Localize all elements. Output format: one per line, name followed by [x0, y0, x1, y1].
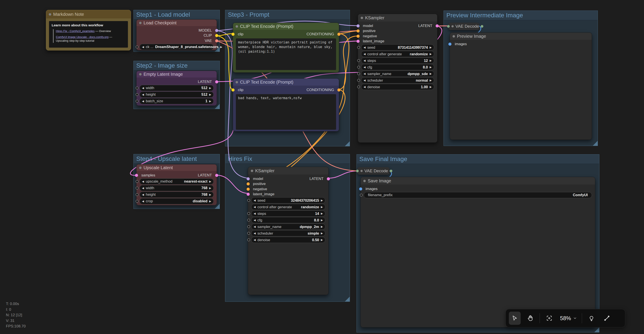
group-header[interactable]: Hires Fix	[225, 154, 350, 164]
input-slot-latent-image[interactable]: latent_image	[358, 39, 437, 44]
decrement-arrow[interactable]: ◀	[254, 199, 256, 202]
decrement-arrow[interactable]: ◀	[364, 79, 366, 82]
increment-arrow[interactable]: ▶	[209, 100, 211, 103]
group-resize-handle[interactable]	[593, 141, 598, 146]
model-output-dot[interactable]	[215, 29, 218, 32]
node-header[interactable]: KSampler	[248, 167, 328, 174]
widget-steps[interactable]: ◀steps12▶	[361, 57, 434, 64]
decrement-arrow[interactable]: ◀	[254, 225, 256, 228]
theme-toggle-button[interactable]	[586, 312, 598, 325]
node-header[interactable]: Empty Latent Image	[136, 71, 217, 77]
widget-height[interactable]: ◀height512▶	[140, 92, 214, 98]
widget-filename-prefix[interactable]: filename_prefixComfyUI	[364, 192, 592, 198]
decrement-arrow[interactable]: ◀	[364, 46, 366, 49]
decrement-arrow[interactable]: ◀	[364, 86, 366, 88]
increment-arrow[interactable]: ▶	[321, 232, 323, 235]
increment-arrow[interactable]: ▶	[430, 53, 432, 55]
node-header[interactable]: Load Checkpoint	[136, 19, 217, 26]
conditioning-output-dot[interactable]	[338, 88, 340, 92]
increment-arrow[interactable]: ▶	[321, 219, 323, 221]
comfyui-canvas[interactable]: { "slot_colors": { "model": "#b79fe3", "…	[0, 0, 644, 334]
decrement-arrow[interactable]: ◀	[364, 53, 366, 55]
node-clip-text-encode-negative[interactable]: CLIP Text Encode (Prompt) clip CONDITION…	[233, 78, 339, 132]
increment-arrow[interactable]: ▶	[430, 59, 432, 62]
select-tool-button[interactable]	[509, 312, 521, 325]
latent-output-dot[interactable]	[215, 174, 218, 177]
widget-scheduler[interactable]: ◀schedulersimple▶	[251, 230, 325, 236]
decrement-arrow[interactable]: ◀	[364, 59, 366, 62]
canvas-toolbar[interactable]: 58%	[506, 309, 625, 328]
widget-control-after-generate[interactable]: ◀control after generaterandomize▶	[361, 51, 434, 57]
widget-cfg[interactable]: ◀cfg8.0▶	[251, 217, 325, 223]
node-header[interactable]: CLIP Text Encode (Prompt)	[233, 23, 339, 30]
increment-arrow[interactable]: ▶	[430, 66, 432, 68]
input-slot-negative[interactable]: negative	[248, 186, 328, 192]
increment-arrow[interactable]: ▶	[321, 239, 323, 241]
negative-input-dot[interactable]	[356, 35, 360, 38]
increment-arrow[interactable]: ▶	[321, 206, 323, 208]
increment-arrow[interactable]: ▶	[209, 193, 211, 196]
widget-steps[interactable]: ◀steps14▶	[251, 210, 325, 217]
decrement-arrow[interactable]: ◀	[142, 200, 144, 202]
input-slot-positive[interactable]: positive	[248, 181, 328, 187]
vae-output-dot[interactable]	[215, 39, 218, 42]
node-vae-decode-2[interactable]: VAE Decode	[358, 167, 390, 175]
input-slot-positive[interactable]: positive	[358, 28, 437, 34]
widget-upscale-method[interactable]: ◀upscale_methodnearest-exact▶	[140, 178, 214, 184]
output-slot-clip[interactable]: CLIP	[136, 33, 217, 38]
widget-height[interactable]: ◀height768▶	[140, 191, 214, 198]
model-input-dot[interactable]	[246, 177, 250, 180]
negative-input-dot[interactable]	[246, 188, 250, 191]
increment-arrow[interactable]: ▶	[209, 87, 211, 89]
node-preview-image[interactable]: Preview Image images	[450, 32, 592, 140]
increment-arrow[interactable]: ▶	[209, 200, 211, 202]
decrement-arrow[interactable]: ◀	[142, 93, 144, 96]
toggle-link-visibility-button[interactable]	[601, 312, 613, 325]
group-header[interactable]: Step3 - Prompt	[225, 10, 350, 19]
decrement-arrow[interactable]: ◀	[142, 187, 144, 189]
widget-control-after-generate[interactable]: ◀control after generaterandomize▶	[251, 204, 325, 210]
group-header[interactable]: Save Final Image	[357, 155, 599, 164]
node-markdown-note[interactable]: Markdown Note Learn more about this work…	[46, 10, 131, 50]
positive-input-dot[interactable]	[246, 182, 250, 185]
collapsed-input-dot[interactable]	[447, 25, 450, 28]
widget-seed[interactable]: ◀seed32484370206415▶	[251, 197, 325, 203]
decrement-arrow[interactable]: ◀	[142, 180, 144, 183]
node-clip-text-encode-positive[interactable]: CLIP Text Encode (Prompt) clip CONDITION…	[233, 23, 339, 73]
widget-ck-[interactable]: ◀ck ...DreamShaper_8_pruned.safetensors▶	[140, 44, 214, 50]
increment-arrow[interactable]: ▶	[209, 187, 211, 189]
increment-arrow[interactable]: ▶	[209, 93, 211, 96]
fit-view-button[interactable]	[543, 312, 555, 325]
increment-arrow[interactable]: ▶	[430, 79, 432, 82]
node-ksampler-2[interactable]: KSampler model LATENT positive negative …	[248, 167, 328, 295]
output-slot-latent[interactable]: LATENT	[136, 79, 217, 84]
node-header[interactable]: Markdown Note	[46, 10, 131, 18]
input-slot-images[interactable]: images	[361, 186, 595, 191]
increment-arrow[interactable]: ▶	[209, 180, 211, 183]
input-slot-negative[interactable]: negative	[358, 34, 437, 39]
increment-arrow[interactable]: ▶	[321, 199, 323, 202]
decrement-arrow[interactable]: ◀	[142, 87, 144, 89]
link-comfyui-image-upscale[interactable]: ComfyUI Image Upscale - docs.comfy.org	[56, 35, 108, 39]
node-vae-decode-1[interactable]: VAE Decode	[448, 23, 479, 30]
clip-input-dot[interactable]	[232, 88, 234, 92]
increment-arrow[interactable]: ▶	[430, 86, 432, 88]
group-resize-handle[interactable]	[594, 328, 599, 332]
decrement-arrow[interactable]: ◀	[254, 219, 256, 221]
widget-crop[interactable]: ◀cropdisabled▶	[140, 198, 214, 204]
widget-cfg[interactable]: ◀cfg8.0▶	[361, 64, 434, 70]
conditioning-output-dot[interactable]	[338, 33, 340, 36]
node-ksampler-1[interactable]: KSampler model LATENT positive negative …	[358, 14, 438, 143]
decrement-arrow[interactable]: ◀	[254, 212, 256, 215]
decrement-arrow[interactable]: ◀	[142, 193, 144, 196]
decrement-arrow[interactable]: ◀	[254, 206, 256, 208]
group-header[interactable]: Preview Intermediate Image	[444, 11, 598, 20]
model-input-dot[interactable]	[356, 24, 360, 27]
negative-prompt-textarea[interactable]: bad hands, text, watermark,nsfw	[236, 94, 336, 130]
widget-denoise[interactable]: ◀denoise1.00▶	[361, 84, 434, 90]
widget-width[interactable]: ◀width512▶	[140, 85, 214, 91]
increment-arrow[interactable]: ▶	[430, 46, 432, 49]
zoom-level-dropdown[interactable]: 58%	[559, 315, 578, 322]
node-header[interactable]: KSampler	[358, 14, 437, 21]
images-input-dot[interactable]	[359, 187, 362, 190]
